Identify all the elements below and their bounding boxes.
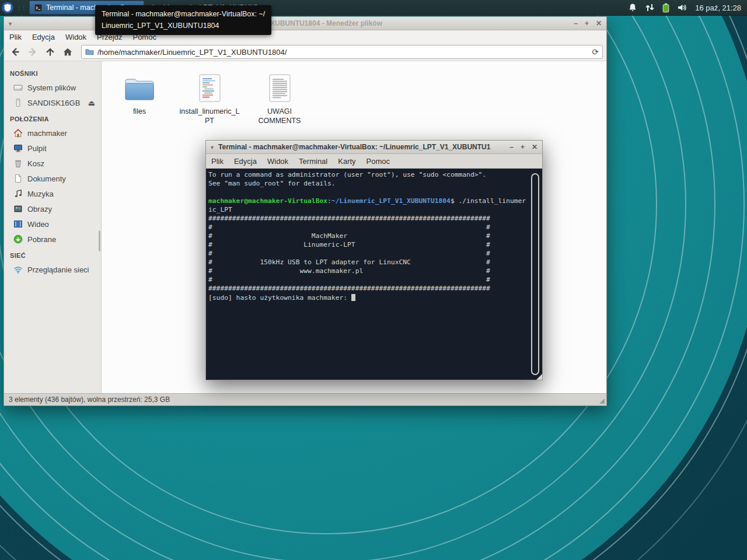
- battery-icon[interactable]: [662, 3, 669, 13]
- terminal-menu-plik[interactable]: Plik: [206, 155, 229, 167]
- terminal-script-output: ic_LPT #################################…: [208, 206, 490, 302]
- terminal-close-button[interactable]: ✕: [532, 141, 537, 153]
- file-item-install-linumeric-lpt[interactable]: install_linumeric_LPT: [177, 69, 242, 126]
- sidebar-item-machmaker[interactable]: machmaker: [4, 125, 101, 141]
- folder-icon: [124, 76, 155, 102]
- terminal-window-title: Terminal - machmaker@machmaker-VirtualBo…: [218, 143, 505, 151]
- terminal-text: To run a command as administrator (user …: [206, 169, 542, 302]
- terminal-icon: [34, 4, 43, 12]
- fm-titlebar[interactable]: ▾ Linuemric_LPT_V1_XUBUNTU1804 - Menedże…: [4, 17, 606, 30]
- file-item-files[interactable]: files: [107, 69, 172, 116]
- terminal-prompt-colon: :: [327, 197, 331, 205]
- document-icon: [13, 174, 23, 183]
- sidebar-item-label: Pulpit: [27, 144, 47, 153]
- fm-maximize-button[interactable]: +: [585, 17, 589, 30]
- terminal-resize-grip[interactable]: [536, 374, 542, 380]
- up-arrow-icon: [45, 47, 55, 57]
- xubuntu-logo-icon: [1, 1, 14, 14]
- terminal-output-area[interactable]: To run a command as administrator (user …: [206, 169, 542, 380]
- sidebar-header-siec: SIEĆ: [10, 252, 101, 259]
- back-button[interactable]: [8, 45, 23, 59]
- fm-close-button[interactable]: ✕: [596, 17, 602, 30]
- fm-minimize-button[interactable]: –: [574, 17, 578, 30]
- eject-icon[interactable]: ⏏: [88, 99, 96, 107]
- sidebar-item-kosz[interactable]: Kosz: [4, 156, 101, 171]
- script-file-icon: [199, 74, 221, 102]
- tooltip-line-2: Linuemric_LPT_V1_XUBUNTU1804: [102, 20, 265, 32]
- sidebar-item-label: SANDISK16GB: [27, 99, 80, 107]
- path-text[interactable]: /home/machmaker/Linuemric_LPT_V1_XUBUNTU…: [97, 48, 588, 57]
- home-icon: [13, 128, 23, 138]
- system-tray: 16 paź, 21:28: [628, 3, 747, 13]
- terminal-menu-pomoc[interactable]: Pomoc: [361, 155, 395, 167]
- network-wifi-icon: [13, 265, 23, 274]
- terminal-menu-karty[interactable]: Karty: [333, 155, 361, 167]
- terminal-prompt-path: ~/Linuemric_LPT_V1_XUBUNTU1804: [331, 197, 451, 205]
- image-icon: [13, 204, 23, 214]
- home-button[interactable]: [60, 45, 75, 59]
- sidebar-item-system-plikow[interactable]: System plików: [4, 80, 101, 95]
- window-menu-icon[interactable]: ▾: [211, 144, 214, 150]
- sidebar-item-muzyka[interactable]: Muzyka: [4, 186, 101, 201]
- fm-menu-widok[interactable]: Widok: [60, 31, 92, 43]
- video-icon: [13, 219, 23, 229]
- terminal-command: $ ./install_linumer: [451, 197, 526, 205]
- sidebar-item-pobrane[interactable]: Pobrane: [4, 232, 101, 247]
- path-bar[interactable]: /home/machmaker/Linuemric_LPT_V1_XUBUNTU…: [81, 45, 603, 59]
- back-arrow-icon: [10, 47, 20, 57]
- terminal-menu-edycja[interactable]: Edycja: [229, 155, 262, 167]
- sidebar-item-label: Przeglądanie sieci: [27, 265, 89, 274]
- sidebar-item-wideo[interactable]: Wideo: [4, 216, 101, 232]
- usb-drive-icon: [13, 98, 23, 107]
- fm-menu-edycja[interactable]: Edycja: [27, 31, 60, 43]
- terminal-minimize-button[interactable]: –: [509, 141, 514, 153]
- home-icon: [62, 47, 73, 57]
- sidebar-item-przegladanie-sieci[interactable]: Przeglądanie sieci: [4, 262, 101, 277]
- sidebar-header-polozenia: POŁOŻENIA: [10, 116, 101, 123]
- volume-icon[interactable]: [677, 3, 687, 12]
- sidebar-item-label: Obrazy: [27, 205, 52, 214]
- sidebar-item-dokumenty[interactable]: Dokumenty: [4, 171, 101, 186]
- sidebar-item-label: Muzyka: [27, 190, 54, 198]
- terminal-scrollbar[interactable]: [531, 173, 539, 375]
- sidebar-item-label: System plików: [27, 83, 76, 92]
- fm-statusbar: 3 elementy (436 bajtów), wolna przestrze…: [4, 393, 606, 405]
- desktop-icon: [13, 144, 23, 153]
- panel-grip: ⋮⋮: [16, 6, 26, 9]
- forward-arrow-icon: [27, 47, 38, 57]
- terminal-window: ▾ Terminal - machmaker@machmaker-Virtual…: [205, 140, 543, 380]
- whisker-menu-button[interactable]: [0, 0, 15, 15]
- resize-grip[interactable]: [599, 398, 605, 404]
- sidebar-item-label: machmaker: [27, 129, 67, 138]
- sidebar-item-label: Pobrane: [27, 235, 56, 244]
- fm-menu-plik[interactable]: Plik: [4, 31, 27, 43]
- sidebar-item-label: Kosz: [27, 159, 44, 168]
- file-item-uwagi-comments[interactable]: UWAGI COMMENTS: [247, 69, 312, 126]
- text-file-icon: [269, 74, 291, 102]
- terminal-titlebar[interactable]: ▾ Terminal - machmaker@machmaker-Virtual…: [206, 141, 542, 154]
- file-label: install_linumeric_LPT: [177, 107, 242, 126]
- notifications-bell-icon[interactable]: [628, 3, 637, 12]
- reload-icon[interactable]: ⟳: [592, 47, 599, 57]
- sidebar-item-obrazy[interactable]: Obrazy: [4, 201, 101, 216]
- fm-sidebar: NOŚNIKI System plików SANDISK16GB ⏏ POŁO…: [4, 61, 102, 393]
- tooltip-line-1: Terminal - machmaker@machmaker-VirtualBo…: [102, 8, 265, 20]
- window-menu-icon[interactable]: ▾: [9, 20, 12, 27]
- network-arrows-icon[interactable]: [645, 3, 655, 12]
- trash-icon: [13, 159, 23, 168]
- terminal-menubar: Plik Edycja Widok Terminal Karty Pomoc: [206, 154, 542, 169]
- sidebar-item-pulpit[interactable]: Pulpit: [4, 141, 101, 156]
- up-button[interactable]: [43, 45, 58, 59]
- status-text: 3 elementy (436 bajtów), wolna przestrze…: [9, 396, 170, 404]
- terminal-prompt-user: machmaker@machmaker-VirtualBox: [208, 197, 327, 205]
- music-note-icon: [13, 189, 23, 198]
- forward-button[interactable]: [25, 45, 40, 59]
- sidebar-item-sandisk16gb[interactable]: SANDISK16GB ⏏: [4, 95, 101, 110]
- terminal-maximize-button[interactable]: +: [521, 141, 525, 153]
- sidebar-scrollbar[interactable]: [99, 230, 100, 251]
- download-icon: [13, 235, 23, 244]
- terminal-menu-widok[interactable]: Widok: [262, 155, 294, 167]
- sidebar-header-nosniki: NOŚNIKI: [10, 70, 101, 77]
- clock[interactable]: 16 paź, 21:28: [695, 4, 741, 12]
- terminal-menu-terminal[interactable]: Terminal: [294, 155, 333, 167]
